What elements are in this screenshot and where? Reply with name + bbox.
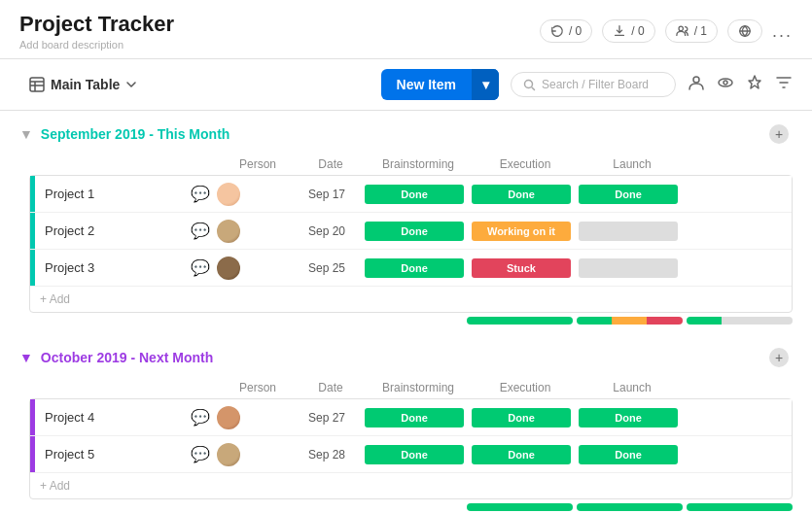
status-badge bbox=[579, 222, 678, 241]
progress-segment bbox=[687, 503, 793, 511]
refresh-counter[interactable]: / 0 bbox=[540, 19, 592, 43]
svg-point-6 bbox=[525, 80, 533, 87]
status-brainstorming[interactable]: Done bbox=[361, 253, 468, 284]
comment-icon[interactable]: 💬 bbox=[186, 408, 215, 427]
search-icon bbox=[523, 79, 536, 91]
status-badge: Done bbox=[365, 258, 464, 278]
refresh-count: / 0 bbox=[569, 24, 582, 38]
new-item-button[interactable]: New Item ▾ bbox=[381, 69, 499, 100]
app-title: Project Tracker bbox=[19, 12, 174, 37]
status-execution[interactable]: Done bbox=[468, 179, 575, 210]
status-badge: Done bbox=[365, 222, 464, 241]
table-row: Project 2 💬 Sep 20 Done Working on it bbox=[30, 213, 792, 250]
status-badge: Done bbox=[365, 445, 464, 464]
comment-icon[interactable]: 💬 bbox=[186, 185, 215, 203]
row-date: Sep 27 bbox=[293, 411, 361, 425]
more-menu-button[interactable]: ... bbox=[772, 21, 793, 42]
status-brainstorming[interactable]: Done bbox=[361, 402, 468, 433]
svg-point-7 bbox=[693, 77, 699, 83]
status-launch[interactable] bbox=[575, 216, 682, 247]
download-counter[interactable]: / 0 bbox=[602, 19, 654, 43]
eye-icon[interactable] bbox=[717, 74, 734, 95]
users-counter[interactable]: / 1 bbox=[665, 19, 718, 43]
svg-point-9 bbox=[724, 81, 727, 85]
group-chevron-october[interactable]: ▼ bbox=[19, 350, 33, 365]
table-october: Project 4 💬 Sep 27 Done Done Done bbox=[29, 398, 793, 499]
status-execution[interactable]: Working on it bbox=[468, 216, 575, 247]
row-statuses: Done Done Done bbox=[361, 402, 792, 433]
group-chevron-september[interactable]: ▼ bbox=[19, 126, 33, 142]
add-row-october[interactable]: + Add bbox=[30, 473, 792, 498]
add-row-september[interactable]: + Add bbox=[30, 287, 792, 312]
row-project-name: Project 3 bbox=[35, 253, 186, 283]
comment-icon[interactable]: 💬 bbox=[186, 258, 215, 277]
app-subtitle: Add board description bbox=[19, 39, 174, 51]
add-row-label: + Add bbox=[40, 479, 70, 493]
header-right: / 0 / 0 / 1 ... bbox=[540, 19, 793, 43]
toolbar: Main Table New Item ▾ Search / Filter Bo… bbox=[0, 59, 812, 111]
row-avatar bbox=[215, 441, 293, 468]
group-header-october: ▼ October 2019 - Next Month + bbox=[19, 344, 793, 371]
status-badge: Working on it bbox=[472, 222, 571, 241]
progress-bar-launch-oct bbox=[687, 503, 793, 511]
status-badge: Done bbox=[472, 408, 571, 428]
globe-icon bbox=[738, 24, 752, 38]
col-header-execution: Execution bbox=[472, 157, 579, 171]
group-header-september: ▼ September 2019 - This Month + bbox=[19, 120, 793, 148]
status-execution[interactable]: Done bbox=[468, 439, 575, 470]
row-statuses: Done Done Done bbox=[361, 179, 792, 210]
progress-segment bbox=[577, 317, 612, 325]
status-brainstorming[interactable]: Done bbox=[361, 179, 468, 210]
person-icon[interactable] bbox=[688, 74, 705, 95]
comment-icon[interactable]: 💬 bbox=[186, 222, 215, 240]
table-row: Project 5 💬 Sep 28 Done Done Done bbox=[30, 436, 792, 473]
progress-segment bbox=[612, 317, 647, 325]
toolbar-icons bbox=[688, 74, 793, 95]
group-october: ▼ October 2019 - Next Month + Person Dat… bbox=[19, 344, 793, 511]
status-launch[interactable] bbox=[575, 253, 682, 284]
status-brainstorming[interactable]: Done bbox=[361, 216, 468, 247]
avatar bbox=[215, 404, 242, 431]
status-execution[interactable]: Stuck bbox=[468, 253, 575, 284]
status-launch[interactable]: Done bbox=[575, 179, 682, 210]
row-avatar bbox=[215, 218, 293, 245]
col-header-launch: Launch bbox=[579, 157, 686, 171]
status-brainstorming[interactable]: Done bbox=[361, 439, 468, 470]
status-launch[interactable]: Done bbox=[575, 402, 682, 433]
group-add-september[interactable]: + bbox=[769, 124, 789, 144]
progress-bar-brainstorming bbox=[467, 317, 573, 325]
svg-point-0 bbox=[679, 26, 683, 30]
status-badge: Done bbox=[472, 185, 571, 204]
status-launch[interactable]: Done bbox=[575, 439, 682, 470]
users-icon bbox=[676, 24, 689, 38]
status-execution[interactable]: Done bbox=[468, 402, 575, 433]
group-add-october[interactable]: + bbox=[769, 348, 789, 367]
main-table-label: Main Table bbox=[51, 77, 120, 92]
pin-icon[interactable] bbox=[746, 74, 763, 95]
svg-rect-2 bbox=[30, 78, 44, 91]
avatar bbox=[215, 218, 242, 245]
header-left: Project Tracker Add board description bbox=[19, 12, 174, 51]
download-icon bbox=[613, 24, 626, 38]
row-avatar bbox=[215, 404, 293, 431]
refresh-icon bbox=[550, 24, 564, 38]
row-statuses: Done Working on it bbox=[361, 216, 792, 247]
status-badge bbox=[579, 258, 678, 278]
col-header-execution-oct: Execution bbox=[472, 381, 579, 394]
progress-bar-execution-oct bbox=[577, 503, 683, 511]
globe-button[interactable] bbox=[727, 19, 762, 43]
users-count: / 1 bbox=[694, 24, 707, 38]
status-badge: Done bbox=[365, 408, 464, 428]
new-item-label: New Item bbox=[381, 69, 472, 100]
main-table-button[interactable]: Main Table bbox=[19, 71, 147, 98]
search-box[interactable]: Search / Filter Board bbox=[511, 72, 676, 97]
status-badge: Done bbox=[579, 185, 678, 204]
row-statuses: Done Done Done bbox=[361, 439, 792, 470]
status-badge: Done bbox=[579, 408, 678, 428]
progress-bar-launch bbox=[687, 317, 793, 325]
filter-icon[interactable] bbox=[775, 74, 793, 95]
progress-segment bbox=[722, 317, 793, 325]
new-item-arrow[interactable]: ▾ bbox=[472, 69, 499, 100]
row-date: Sep 25 bbox=[293, 261, 361, 275]
comment-icon[interactable]: 💬 bbox=[186, 445, 215, 463]
